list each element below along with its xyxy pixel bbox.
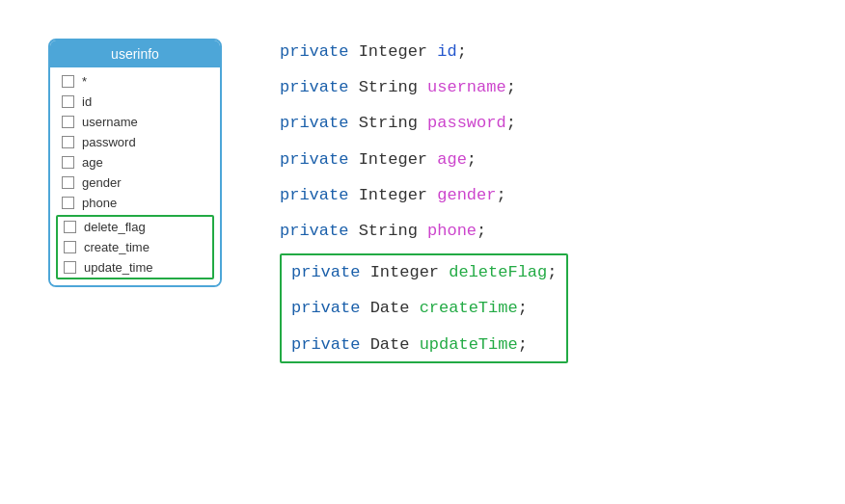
table-header: userinfo — [50, 40, 220, 67]
semicolon: ; — [506, 74, 516, 100]
table-row: delete_flag — [58, 217, 212, 237]
row-label-password: password — [82, 135, 136, 149]
type-date: Date — [370, 332, 420, 358]
type-string: String — [359, 110, 427, 136]
code-line-username: private String username; — [280, 74, 568, 100]
field-password: password — [427, 110, 506, 136]
checkbox-star[interactable] — [62, 75, 74, 88]
table-name: userinfo — [111, 46, 159, 62]
code-line-updatetime: private Date updateTime; — [291, 332, 557, 358]
semicolon: ; — [506, 110, 516, 136]
code-line-id: private Integer id; — [280, 39, 568, 65]
keyword-private: private — [280, 74, 359, 100]
keyword-private: private — [280, 110, 359, 136]
field-phone: phone — [427, 218, 477, 244]
field-gender: gender — [437, 182, 496, 208]
code-line-age: private Integer age; — [280, 146, 568, 172]
table-row: phone — [50, 193, 220, 213]
semicolon: ; — [477, 218, 486, 244]
semicolon: ; — [547, 259, 557, 285]
keyword-private: private — [291, 295, 370, 321]
highlighted-rows-group: delete_flag create_time update_time — [56, 215, 214, 279]
checkbox-password[interactable] — [62, 136, 74, 148]
code-line-deleteflag: private Integer deleteFlag; — [291, 259, 557, 285]
semicolon: ; — [457, 39, 467, 65]
checkbox-age[interactable] — [62, 156, 74, 169]
field-id: id — [437, 39, 456, 65]
code-line-password: private String password; — [280, 110, 568, 136]
field-username: username — [427, 74, 506, 100]
checkbox-delete-flag[interactable] — [64, 221, 76, 233]
keyword-private: private — [291, 259, 370, 285]
semicolon: ; — [518, 332, 528, 358]
row-label-username: username — [82, 115, 138, 129]
keyword-private: private — [291, 332, 370, 358]
type-integer: Integer — [359, 182, 438, 208]
table-row: update_time — [58, 257, 212, 278]
semicolon: ; — [467, 146, 477, 172]
row-label-age: age — [82, 155, 103, 170]
row-label-star: * — [82, 74, 87, 89]
table-rows: * id username password age gender — [50, 67, 220, 285]
keyword-private: private — [280, 182, 359, 208]
type-string: String — [359, 218, 427, 244]
table-row: gender — [50, 172, 220, 193]
row-label-create-time: create_time — [84, 240, 150, 254]
table-widget: userinfo * id username password age — [48, 39, 222, 287]
table-row: password — [50, 132, 220, 152]
table-row: create_time — [58, 237, 212, 257]
field-createtime: createTime — [420, 295, 518, 321]
keyword-private: private — [280, 39, 359, 65]
checkbox-update-time[interactable] — [64, 261, 76, 274]
keyword-private: private — [280, 218, 359, 244]
code-line-createtime: private Date createTime; — [291, 295, 557, 321]
type-integer: Integer — [370, 259, 450, 285]
highlighted-code-group: private Integer deleteFlag; private Date… — [280, 253, 568, 363]
row-label-gender: gender — [82, 175, 121, 190]
row-label-delete-flag: delete_flag — [84, 220, 146, 234]
row-label-update-time: update_time — [84, 260, 153, 275]
code-line-gender: private Integer gender; — [280, 182, 568, 208]
semicolon: ; — [496, 182, 505, 208]
table-row: * — [50, 71, 220, 92]
checkbox-id[interactable] — [62, 95, 74, 108]
table-row: age — [50, 152, 220, 172]
checkbox-gender[interactable] — [62, 176, 74, 189]
table-row: id — [50, 92, 220, 112]
field-age: age — [437, 146, 467, 172]
checkbox-create-time[interactable] — [64, 241, 76, 253]
type-integer: Integer — [359, 39, 438, 65]
row-label-id: id — [82, 94, 92, 109]
code-block: private Integer id; private String usern… — [280, 39, 568, 363]
row-label-phone: phone — [82, 196, 117, 210]
semicolon: ; — [518, 295, 528, 321]
type-date: Date — [370, 295, 420, 321]
main-container: userinfo * id username password age — [0, 0, 845, 504]
checkbox-username[interactable] — [62, 116, 74, 128]
code-line-phone: private String phone; — [280, 218, 568, 244]
field-updatetime: updateTime — [420, 332, 518, 358]
table-row: username — [50, 112, 220, 132]
type-integer: Integer — [359, 146, 438, 172]
keyword-private: private — [280, 146, 359, 172]
checkbox-phone[interactable] — [62, 197, 74, 209]
field-deleteflag: deleteFlag — [449, 259, 547, 285]
type-string: String — [359, 74, 427, 100]
